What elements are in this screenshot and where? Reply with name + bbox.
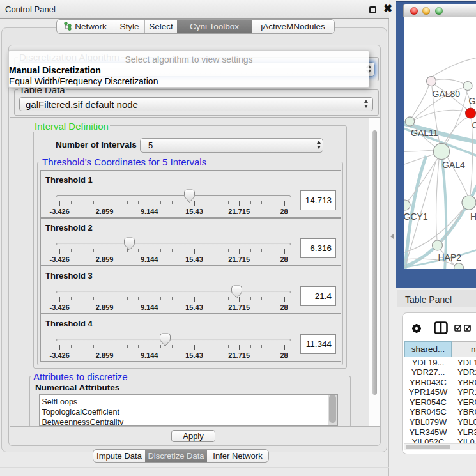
svg-text:CY: CY xyxy=(472,120,476,130)
svg-text:HAP2: HAP2 xyxy=(438,252,462,263)
svg-text:GAL4: GAL4 xyxy=(442,160,465,170)
svg-text:GAL80: GAL80 xyxy=(433,89,461,99)
svg-text:GCY1: GCY1 xyxy=(404,211,428,222)
svg-text:GAL11: GAL11 xyxy=(411,128,438,138)
svg-text:HIS: HIS xyxy=(470,211,476,222)
svg-text:GA: GA xyxy=(469,96,476,106)
